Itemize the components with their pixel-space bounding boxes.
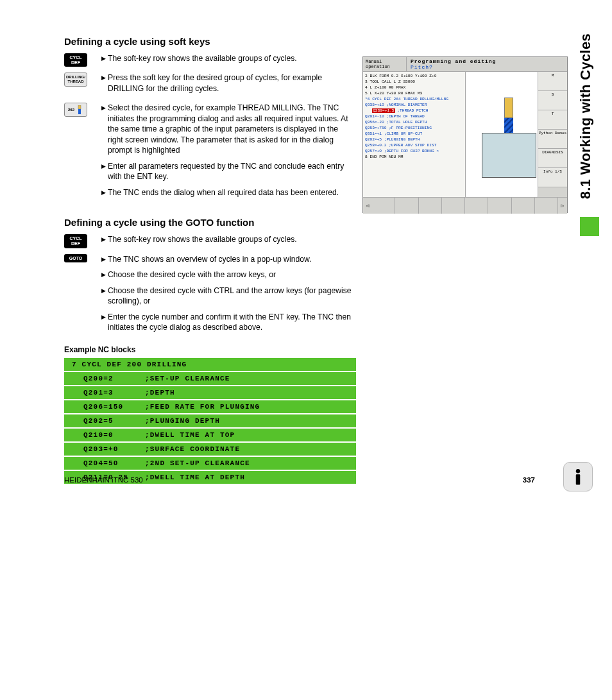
side-chapter-title: 8.1 Working with Cycles bbox=[577, 33, 594, 199]
scr-side-button: S bbox=[538, 91, 567, 110]
tnc-screen-figure: Manual operation Programming and editing… bbox=[362, 56, 568, 213]
page-number: 337 bbox=[523, 476, 535, 484]
scr-softkey-row: ◁ ▷ bbox=[363, 197, 567, 214]
scroll-left-icon: ◁ bbox=[363, 198, 372, 214]
scr-prompt: Pitch? bbox=[411, 64, 563, 70]
heading-goto: Defining a cycle using the GOTO function bbox=[64, 217, 535, 228]
bullet-marker-icon: ▶ bbox=[101, 187, 108, 198]
bullet-marker-icon: ▶ bbox=[101, 161, 108, 182]
table-row: Q204=50;2ND SET-UP CLEARANCE bbox=[64, 456, 356, 470]
softkey-goto: GOTO bbox=[64, 254, 87, 263]
bullet-marker-icon: ▶ bbox=[101, 73, 108, 94]
table-row: Q203=+0;SURFACE COORDINATE bbox=[64, 442, 356, 456]
scr-side-button: M bbox=[538, 72, 567, 91]
tool-graphic-icon bbox=[504, 98, 513, 136]
softkey-cycl-def: CYCL DEF bbox=[64, 234, 87, 248]
table-row: Q206=150;FEED RATE FOR PLUNGING bbox=[64, 400, 356, 414]
list-item: ▶ Enter the cycle number and confirm it … bbox=[101, 312, 355, 333]
scr-title: Programming and editing bbox=[411, 58, 563, 64]
svg-rect-0 bbox=[78, 105, 81, 109]
list-item: ▶ The TNC ends the dialog when all requi… bbox=[101, 187, 355, 198]
bullet-marker-icon: ▶ bbox=[101, 53, 108, 64]
svg-point-2 bbox=[576, 469, 581, 474]
side-color-tab bbox=[580, 217, 599, 236]
scr-right-buttons: MSTPython DemosDIAGNOSISInfo 1/3 bbox=[538, 72, 567, 197]
footer-product: HEIDENHAIN iTNC 530 bbox=[64, 476, 143, 484]
scr-code-panel: 2 BLK FORM 0.2 X+100 Y+100 Z+03 TOOL CAL… bbox=[363, 72, 466, 197]
scr-mode-label: Manual operation bbox=[363, 57, 407, 71]
scr-side-button: Python Demos bbox=[538, 130, 567, 149]
list-item: ▶ The soft-key row shows the available g… bbox=[101, 234, 355, 244]
bullet-marker-icon: ▶ bbox=[101, 269, 108, 280]
heading-softkeys: Defining a cycle using soft keys bbox=[64, 36, 535, 47]
bullet-marker-icon: ▶ bbox=[101, 234, 108, 244]
list-item: ▶ Choose the desired cycle with CTRL and… bbox=[101, 286, 355, 307]
list-item: ▶ Press the soft key for the desired gro… bbox=[101, 73, 355, 94]
scr-side-button: Info 1/3 bbox=[538, 168, 567, 187]
softkey-cycl-def: CYCL DEF bbox=[64, 53, 87, 67]
nc-blocks-heading: Example NC blocks bbox=[64, 345, 535, 354]
list-item: ▶ Enter all parameters requested by the … bbox=[101, 161, 355, 182]
svg-rect-1 bbox=[78, 109, 81, 114]
svg-rect-3 bbox=[576, 475, 581, 485]
info-icon bbox=[563, 462, 593, 491]
table-row: Q200=2;SET-UP CLEARANCE bbox=[64, 371, 356, 386]
table-row: 7 CYCL DEF 200 DRILLING bbox=[64, 358, 356, 371]
softkey-cycle-262: 262 bbox=[64, 103, 87, 117]
scr-graphic-panel bbox=[466, 72, 538, 197]
table-row: Q210=0;DWELL TIME AT TOP bbox=[64, 428, 356, 442]
list-item: ▶ The soft-key row shows the available g… bbox=[101, 53, 355, 64]
bullet-marker-icon: ▶ bbox=[101, 103, 108, 155]
table-row: Q201=3;DEPTH bbox=[64, 386, 356, 400]
list-item: ▶ Select the desired cycle, for example … bbox=[101, 103, 355, 155]
bullet-marker-icon: ▶ bbox=[101, 254, 108, 264]
list-item: ▶ Choose the desired cycle with the arro… bbox=[101, 269, 355, 280]
scr-side-button: T bbox=[538, 110, 567, 130]
nc-code-table: 7 CYCL DEF 200 DRILLING Q200=2;SET-UP CL… bbox=[64, 358, 356, 485]
bullet-marker-icon: ▶ bbox=[101, 312, 108, 333]
scr-side-button: DIAGNOSIS bbox=[538, 149, 567, 168]
workpiece-graphic-icon bbox=[482, 133, 536, 178]
scroll-right-icon: ▷ bbox=[558, 198, 567, 214]
table-row: Q202=5;PLUNGING DEPTH bbox=[64, 414, 356, 428]
list-item: ▶ The TNC shows an overview of cycles in… bbox=[101, 254, 355, 264]
softkey-drilling-thread: DRILLING/ THREAD bbox=[64, 73, 87, 86]
bullet-marker-icon: ▶ bbox=[101, 286, 108, 307]
